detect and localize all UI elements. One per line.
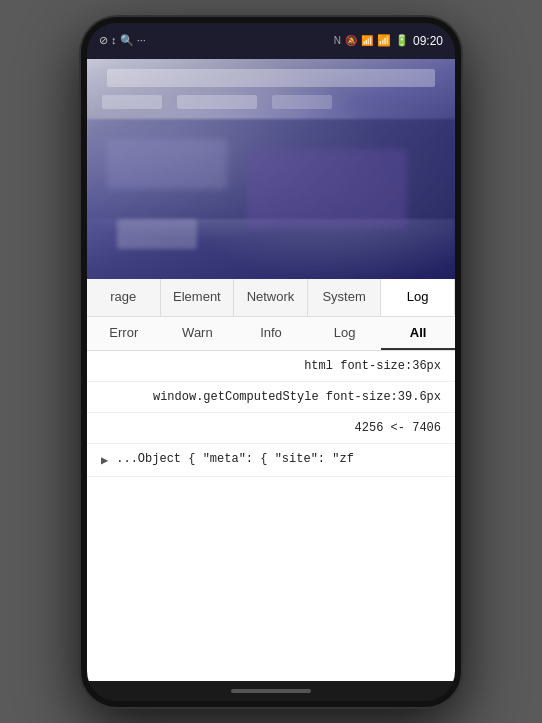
console-line-1: html font-size:36px [87, 351, 455, 382]
console-line-2: window.getComputedStyle font-size:39.6px [87, 382, 455, 413]
console-line-4: ▶ ...Object { "meta": { "site": "zf [87, 444, 455, 477]
main-tabs: rage Element Network System Log [87, 279, 455, 317]
notification-icons: ⊘ ↕ 🔍 ··· [99, 34, 146, 47]
phone-content: rage Element Network System Log Error [87, 59, 455, 681]
signal-icon: 📶 [361, 35, 373, 46]
tab-element[interactable]: Element [161, 279, 235, 316]
screenshot-area [87, 59, 455, 279]
network-n-icon: N [334, 35, 341, 46]
status-bar: ⊘ ↕ 🔍 ··· N 🔕 📶 📶 🔋 09:20 [87, 23, 455, 59]
battery-icon: 🔋 [395, 34, 409, 47]
battery-percent: 📶 [377, 34, 391, 47]
subtab-warn[interactable]: Warn [161, 317, 235, 350]
home-bar[interactable] [231, 689, 311, 693]
console-line-3: 4256 <- 7406 [87, 413, 455, 444]
blurred-block-3 [272, 95, 332, 109]
blurred-widget-1 [107, 139, 227, 189]
subtab-info[interactable]: Info [234, 317, 308, 350]
tab-network[interactable]: Network [234, 279, 308, 316]
mute-icon: 🔕 [345, 35, 357, 46]
expand-arrow[interactable]: ▶ [101, 453, 108, 468]
subtab-all[interactable]: All [381, 317, 455, 350]
tab-log[interactable]: Log [381, 279, 455, 316]
subtab-error[interactable]: Error [87, 317, 161, 350]
devtools-panel: rage Element Network System Log Error [87, 279, 455, 681]
clock: 09:20 [413, 34, 443, 48]
subtab-log[interactable]: Log [308, 317, 382, 350]
blurred-widget-2 [247, 149, 407, 229]
blurred-block-1 [102, 95, 162, 109]
bottom-area [87, 477, 455, 577]
blurred-widget-3 [117, 219, 197, 249]
status-right: N 🔕 📶 📶 🔋 09:20 [334, 34, 443, 48]
tab-system[interactable]: System [308, 279, 382, 316]
sub-tabs: Error Warn Info Log All [87, 317, 455, 351]
tab-storage[interactable]: rage [87, 279, 161, 316]
phone-bottom [87, 681, 455, 701]
blurred-bar-1 [107, 69, 435, 87]
blurred-block-2 [177, 95, 257, 109]
console-output: html font-size:36px window.getComputedSt… [87, 351, 455, 477]
status-left: ⊘ ↕ 🔍 ··· [99, 34, 146, 47]
phone-frame: ⊘ ↕ 🔍 ··· N 🔕 📶 📶 🔋 09:20 [81, 17, 461, 707]
